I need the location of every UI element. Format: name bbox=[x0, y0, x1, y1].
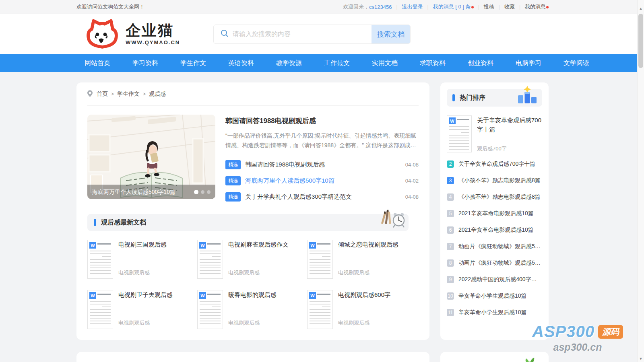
doc-card[interactable]: W 倾城之恋电视剧观后感 电视剧观后感 bbox=[307, 240, 417, 279]
article-list-item[interactable]: 精选 关于开学典礼个人观后感300字精选范文 04-08 bbox=[225, 189, 419, 205]
doc-category[interactable]: 电视剧观后感 bbox=[228, 319, 307, 327]
doc-title-link[interactable]: 电视剧麻雀观后感作文 bbox=[228, 241, 307, 249]
word-doc-icon: W bbox=[199, 292, 206, 299]
rank-number-badge: 7 bbox=[447, 243, 454, 250]
divider: | bbox=[478, 4, 479, 10]
ranked-title-link[interactable]: 关于辛亥革命观后感700字十篇 bbox=[458, 160, 535, 168]
ranked-list: 2 关于辛亥革命观后感700字十篇 3 《小孩不笨》励志电影观后感8篇 4 《小… bbox=[447, 156, 542, 321]
doc-card[interactable]: W 电视剧麻雀观后感作文 电视剧观后感 bbox=[197, 240, 307, 279]
scroll-up-arrow[interactable]: ▲ bbox=[638, 5, 644, 12]
ranked-list-item[interactable]: 6 2021辛亥革命电影观后感10篇 bbox=[447, 222, 542, 238]
doc-category[interactable]: 电视剧观后感 bbox=[118, 269, 197, 276]
ranked-title-link[interactable]: 辛亥革命小学生观后感10篇 bbox=[458, 292, 527, 300]
scrollbar-thumb[interactable] bbox=[638, 14, 643, 68]
article-title-link[interactable]: 关于开学典礼个人观后感300字精选范文 bbox=[245, 193, 400, 201]
logout-link[interactable]: 退出登录 bbox=[402, 3, 423, 10]
top-bar: 欢迎访问范文狗范文大全网！ 欢迎回来， cs123456 | 退出登录 | 我的… bbox=[0, 0, 644, 14]
search-button[interactable]: 搜索文档 bbox=[372, 25, 410, 44]
rank-number-badge: 8 bbox=[447, 259, 454, 267]
doc-card[interactable]: W 电视剧卫子夫观后感 电视剧观后感 bbox=[87, 290, 197, 329]
doc-thumb-text-lines bbox=[200, 251, 221, 276]
ranked-list-item[interactable]: 3 《小孩不笨》励志电影观后感8篇 bbox=[447, 172, 542, 189]
ranked-title-link[interactable]: 《小孩不笨》励志电影观后感8篇 bbox=[458, 177, 541, 184]
nav-item[interactable]: 网站首页 bbox=[76, 54, 118, 72]
doc-title-link[interactable]: 电视剧卫子夫观后感 bbox=[118, 291, 197, 299]
breadcrumb-category[interactable]: 学生作文 bbox=[117, 90, 140, 98]
ranked-title-link[interactable]: 2022感动中国的观后感400字精选15 bbox=[458, 276, 542, 283]
ranked-title-link[interactable]: 辛亥革命小学生观后感10篇 bbox=[458, 309, 527, 316]
my-messages-link[interactable]: 我的消息 bbox=[525, 3, 546, 10]
rank-number-badge: 6 bbox=[447, 226, 454, 234]
logo-name: 企业猫 bbox=[126, 23, 180, 38]
ranked-title-link[interactable]: 2021辛亥革命电影观后感10篇 bbox=[458, 210, 534, 217]
site-logo[interactable]: 企业猫 WWW.QYMAO.CN bbox=[85, 18, 180, 51]
doc-category[interactable]: 电视剧观后感 bbox=[118, 319, 197, 327]
carousel-caption-text: 海底两万里个人读后感500字10篇 bbox=[92, 185, 194, 199]
article-title-link[interactable]: 韩国请回答1988电视剧观后感 bbox=[245, 161, 400, 169]
search-input[interactable] bbox=[229, 31, 372, 38]
doc-title-link[interactable]: 暖春电影的观后感 bbox=[228, 291, 307, 299]
ranked-list-item[interactable]: 5 2021辛亥革命电影观后感10篇 bbox=[447, 205, 542, 222]
ranked-list-item[interactable]: 11 辛亥革命小学生观后感10篇 bbox=[447, 304, 542, 321]
nav-item[interactable]: 学生作文 bbox=[172, 54, 214, 72]
article-list-item[interactable]: 精选 海底两万里个人读后感500字10篇 04-02 bbox=[225, 173, 419, 189]
doc-category[interactable]: 电视剧观后感 bbox=[228, 269, 307, 276]
rank-1-item[interactable]: W 关于辛亥革命观后感700字十篇 观后感700字 bbox=[447, 115, 542, 152]
ranked-list-item[interactable]: 4 《小孩不笨》励志电影观后感8篇 bbox=[447, 189, 542, 205]
divider: | bbox=[427, 4, 429, 10]
breadcrumb-home[interactable]: 首页 bbox=[97, 90, 108, 98]
nav-item[interactable]: 电脑学习 bbox=[508, 54, 549, 72]
rank-1-title-link[interactable]: 关于辛亥革命观后感700字十篇 bbox=[477, 115, 542, 134]
doc-thumb-text-lines bbox=[310, 251, 330, 276]
main-nav: 网站首页 学习资料 学生作文 英语资料 教学资源 工作范文 实用文档 求职资料 … bbox=[0, 54, 644, 72]
carousel-dot[interactable] bbox=[201, 190, 204, 194]
doc-thumb-title-line bbox=[317, 294, 330, 295]
ranked-title-link[interactable]: 2021辛亥革命电影观后感10篇 bbox=[458, 226, 534, 234]
doc-category[interactable]: 电视剧观后感 bbox=[338, 269, 417, 276]
doc-card[interactable]: W 电视剧观后感600字 电视剧观后感 bbox=[307, 290, 417, 329]
doc-card[interactable]: W 暖春电影的观后感 电视剧观后感 bbox=[197, 290, 307, 329]
doc-title-link[interactable]: 电视剧三国观后感 bbox=[118, 241, 197, 249]
nav-item[interactable]: 创业资料 bbox=[460, 54, 502, 72]
ranked-title-link[interactable]: 动画片《疯狂动物城》观后感500字 bbox=[458, 259, 542, 267]
doc-category[interactable]: 电视剧观后感 bbox=[338, 319, 417, 327]
ranked-list-item[interactable]: 10 辛亥革命小学生观后感10篇 bbox=[447, 288, 542, 304]
doc-thumbnail: W bbox=[87, 290, 113, 329]
doc-thumb-title-line bbox=[317, 243, 330, 245]
nav-items: 网站首页 学习资料 学生作文 英语资料 教学资源 工作范文 实用文档 求职资料 … bbox=[76, 54, 549, 72]
favorite-link[interactable]: 收藏 bbox=[504, 3, 515, 10]
nav-item[interactable]: 学习资料 bbox=[124, 54, 166, 72]
article-title-link[interactable]: 海底两万里个人读后感500字10篇 bbox=[245, 177, 400, 185]
article-list-item[interactable]: 精选 韩国请回答1988电视剧观后感 04-08 bbox=[225, 156, 419, 173]
nav-item[interactable]: 英语资料 bbox=[220, 54, 262, 72]
doc-card[interactable]: W 电视剧三国观后感 电视剧观后感 bbox=[87, 240, 197, 279]
submit-post-link[interactable]: 投稿 bbox=[484, 3, 494, 10]
username-link[interactable]: cs123456 bbox=[369, 4, 392, 10]
featured-article-title[interactable]: 韩国请回答1988电视剧观后感 bbox=[225, 116, 419, 125]
vertical-scrollbar[interactable]: ▲ ▼ bbox=[637, 0, 644, 362]
ranked-list-item[interactable]: 7 动画片《疯狂动物城》观后感500字 bbox=[447, 238, 542, 255]
rank-1-category[interactable]: 观后感700字 bbox=[477, 145, 542, 152]
carousel-dot[interactable] bbox=[194, 190, 198, 194]
ranked-title-link[interactable]: 动画片《疯狂动物城》观后感500字 bbox=[458, 243, 542, 250]
ranked-list-item[interactable]: 9 2022感动中国的观后感400字精选15 bbox=[447, 271, 542, 288]
scroll-down-arrow[interactable]: ▼ bbox=[638, 355, 644, 362]
nav-item[interactable]: 工作范文 bbox=[316, 54, 358, 72]
doc-title-link[interactable]: 电视剧观后感600字 bbox=[338, 291, 417, 299]
nav-item[interactable]: 文学阅读 bbox=[555, 54, 597, 72]
main-card: 首页 > 学生作文 > 观后感 bbox=[76, 82, 429, 340]
doc-thumb-text-lines bbox=[449, 126, 469, 150]
ranked-list-item[interactable]: 2 关于辛亥革命观后感700字十篇 bbox=[447, 156, 542, 172]
rank-number-badge: 4 bbox=[447, 193, 454, 201]
doc-title-link[interactable]: 倾城之恋电视剧观后感 bbox=[338, 241, 417, 249]
carousel-slide[interactable]: 海底两万里个人读后感500字10篇 bbox=[87, 115, 215, 199]
rank-number-badge: 10 bbox=[447, 292, 454, 300]
nav-item[interactable]: 教学资源 bbox=[268, 54, 310, 72]
nav-item[interactable]: 求职资料 bbox=[412, 54, 454, 72]
carousel-dot[interactable] bbox=[207, 190, 211, 194]
messages-link[interactable]: 我的消息 [ 0 ] 条 bbox=[433, 3, 471, 10]
featured-article-excerpt: “一部作品评价很高,无外乎几个原因:揭示时代特征、引起情感共鸣、表现细腻情感、构… bbox=[225, 131, 419, 150]
ranked-list-item[interactable]: 8 动画片《疯狂动物城》观后感500字 bbox=[447, 255, 542, 271]
nav-item[interactable]: 实用文档 bbox=[364, 54, 406, 72]
ranked-title-link[interactable]: 《小孩不笨》励志电影观后感8篇 bbox=[458, 193, 541, 201]
